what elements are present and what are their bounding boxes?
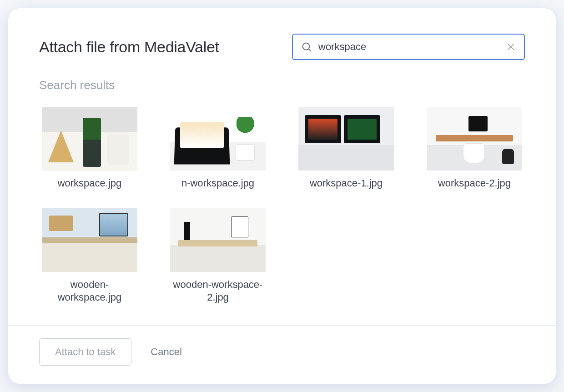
- result-item[interactable]: workspace-1.jpg: [296, 107, 397, 190]
- result-item[interactable]: n-workspace.jpg: [167, 107, 268, 190]
- result-item[interactable]: wooden-workspace-2.jpg: [167, 208, 268, 304]
- dialog-footer: Attach to task Cancel: [8, 325, 556, 384]
- results-grid: workspace.jpg n-workspace.jpg workspace-…: [39, 107, 525, 304]
- search-input[interactable]: [318, 41, 499, 53]
- attach-button[interactable]: Attach to task: [39, 338, 131, 366]
- thumbnail: [170, 107, 266, 171]
- search-field[interactable]: [292, 34, 525, 60]
- section-label: Search results: [39, 78, 525, 92]
- result-item[interactable]: workspace-2.jpg: [424, 107, 525, 190]
- thumbnail: [170, 208, 266, 272]
- filename-label: workspace-1.jpg: [310, 177, 383, 190]
- svg-line-1: [309, 49, 311, 51]
- thumbnail: [42, 107, 137, 171]
- thumbnail: [298, 107, 394, 171]
- attach-file-dialog: Attach file from MediaValet Search resul…: [8, 8, 556, 384]
- filename-label: workspace-2.jpg: [438, 177, 511, 190]
- thumbnail: [427, 107, 522, 171]
- dialog-header: Attach file from MediaValet: [39, 34, 525, 60]
- result-item[interactable]: workspace.jpg: [39, 107, 140, 190]
- search-icon: [301, 41, 312, 52]
- dialog-title: Attach file from MediaValet: [39, 38, 219, 56]
- close-icon[interactable]: [506, 42, 516, 52]
- filename-label: workspace.jpg: [58, 177, 122, 190]
- filename-label: wooden-workspace-2.jpg: [170, 278, 266, 304]
- filename-label: wooden-workspace.jpg: [42, 278, 137, 304]
- thumbnail: [42, 208, 137, 272]
- result-item[interactable]: wooden-workspace.jpg: [39, 208, 140, 304]
- filename-label: n-workspace.jpg: [181, 177, 254, 190]
- cancel-button[interactable]: Cancel: [151, 346, 181, 358]
